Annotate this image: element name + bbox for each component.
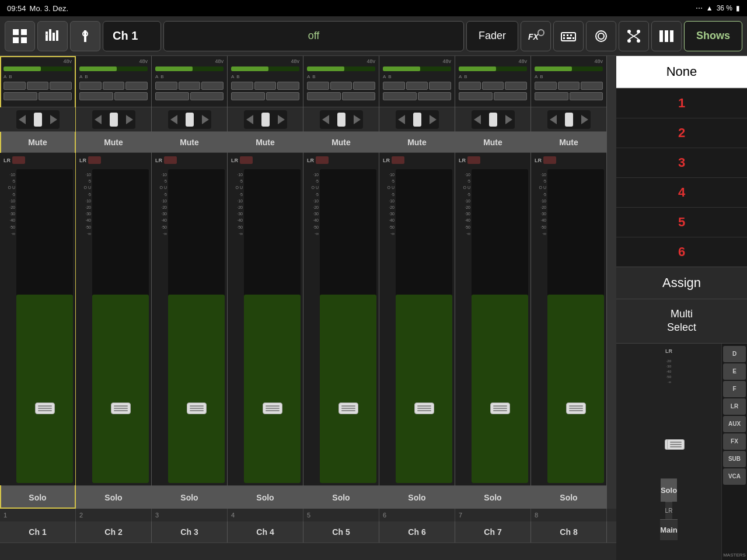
channel-status-display: off (163, 21, 464, 51)
shows-item-6[interactable]: 6 (616, 237, 747, 267)
svg-rect-14 (563, 34, 565, 36)
keyboard-button[interactable] (553, 21, 584, 51)
master-buttons-column: DEFLRAUXFXSUBVCAMASTERS (721, 344, 747, 560)
shows-item-4[interactable]: 4 (616, 177, 747, 207)
shows-assign-button[interactable]: Assign (616, 267, 747, 299)
shows-item-5[interactable]: 5 (616, 207, 747, 237)
svg-point-24 (627, 39, 631, 43)
mute-button-3[interactable]: Mute (152, 132, 227, 153)
channel-number-5: 5 (303, 509, 379, 522)
master-btn-e[interactable]: E (723, 363, 746, 380)
master-btn-d[interactable]: D (723, 346, 746, 362)
solo-button-5[interactable]: Solo (303, 485, 379, 509)
svg-rect-3 (21, 37, 27, 43)
routing-button[interactable] (619, 21, 649, 51)
shows-button[interactable]: Shows (684, 21, 742, 51)
mute-button-6[interactable]: Mute (379, 132, 455, 153)
main-label: Main (660, 519, 678, 540)
mute-button-5[interactable]: Mute (303, 132, 379, 153)
settings-button[interactable] (586, 21, 616, 51)
fader-mode-label: Fader (466, 21, 518, 51)
channel-strip-8[interactable]: 48v A B (531, 56, 607, 509)
solo-button-2[interactable]: Solo (76, 485, 151, 509)
master-btn-aux[interactable]: AUX (723, 416, 746, 432)
grid-view-button[interactable] (5, 21, 35, 51)
master-btn-sub[interactable]: SUB (723, 451, 746, 467)
channel-name-1: Ch 1 (0, 522, 76, 542)
svg-point-12 (538, 30, 544, 36)
svg-rect-0 (13, 29, 19, 35)
channel-name-display: Ch 1 (103, 21, 161, 51)
shows-multi-select-button[interactable]: Multi Select (616, 299, 747, 343)
battery-display: 36 % (717, 4, 732, 12)
channel-number-2: 2 (76, 509, 152, 522)
channel-name-7: Ch 7 (455, 522, 531, 542)
mute-button-7[interactable]: Mute (455, 132, 530, 153)
channel-name-2: Ch 2 (76, 522, 152, 542)
shows-none-option[interactable]: None (616, 56, 747, 88)
channel-strip-5[interactable]: 48v A B (303, 56, 379, 509)
channel-wrapper: 48v A B (0, 56, 616, 560)
shows-item-1[interactable]: 1 (616, 88, 747, 118)
shows-list: 123456 (616, 88, 747, 267)
status-left: 09:54 Mo. 3. Dez. (7, 4, 68, 13)
channel-strip-7[interactable]: 48v A B (455, 56, 531, 509)
date-display: Mo. 3. Dez. (30, 4, 68, 13)
fx-button[interactable]: FX (521, 21, 551, 51)
solo-button-1[interactable]: Solo (0, 485, 75, 509)
mute-button-1[interactable]: Mute (0, 132, 75, 153)
master-btn-f[interactable]: F (723, 381, 746, 397)
bank-button[interactable] (651, 21, 682, 51)
svg-rect-15 (567, 34, 568, 36)
channel-numbers-row: 12345678 (0, 509, 616, 522)
status-right: ⋯ ▲ 36 % ▮ (696, 4, 740, 12)
channel-strip-1[interactable]: 48v A B (0, 56, 76, 509)
solo-button-3[interactable]: Solo (152, 485, 227, 509)
solo-button-4[interactable]: Solo (228, 485, 303, 509)
masters-label: MASTERS (723, 550, 746, 558)
svg-rect-4 (46, 32, 48, 41)
channel-scroll-area: 48v A B (0, 56, 616, 509)
channel-strip-3[interactable]: 48v A B (152, 56, 228, 509)
channel-number-1: 1 (0, 509, 76, 522)
channel-number-8: 8 (531, 509, 607, 522)
svg-rect-19 (573, 37, 574, 39)
right-panel: None 123456 Assign Multi Select LR ·20·3… (616, 56, 747, 560)
channel-names-row: Ch 1Ch 2Ch 3Ch 4Ch 5Ch 6Ch 7Ch 8 (0, 522, 616, 542)
eq-view-button[interactable] (70, 21, 100, 51)
svg-rect-6 (53, 33, 55, 41)
mute-button-8[interactable]: Mute (531, 132, 606, 153)
master-fader-column: LR ·20·30·40·50·∞ Solo LR Main (616, 344, 721, 560)
solo-button-7[interactable]: Solo (455, 485, 530, 509)
solo-button-6[interactable]: Solo (379, 485, 455, 509)
master-btn-lr[interactable]: LR (723, 398, 746, 415)
svg-rect-5 (49, 29, 51, 41)
channel-strip-4[interactable]: 48v A B (228, 56, 303, 509)
wifi-signal-icon: ▲ (706, 4, 713, 12)
svg-rect-7 (56, 30, 58, 41)
battery-icon: ▮ (736, 4, 740, 12)
svg-point-25 (637, 39, 640, 43)
svg-point-22 (627, 30, 631, 33)
svg-rect-2 (13, 37, 19, 43)
svg-rect-29 (665, 30, 668, 42)
master-solo-button[interactable]: Solo (661, 478, 677, 502)
shows-item-3[interactable]: 3 (616, 148, 747, 177)
mute-button-4[interactable]: Mute (228, 132, 303, 153)
shows-dropdown: None (616, 56, 747, 88)
mute-button-2[interactable]: Mute (76, 132, 151, 153)
svg-rect-28 (659, 30, 663, 42)
channel-number-3: 3 (152, 509, 228, 522)
wifi-icon: ⋯ (696, 4, 703, 12)
master-section: LR ·20·30·40·50·∞ Solo LR Main (616, 343, 747, 560)
channel-name-5: Ch 5 (303, 522, 379, 542)
solo-button-8[interactable]: Solo (531, 485, 606, 509)
channel-number-4: 4 (228, 509, 303, 522)
master-btn-fx[interactable]: FX (723, 433, 746, 450)
svg-rect-16 (570, 34, 572, 36)
channel-strip-6[interactable]: 48v A B (379, 56, 455, 509)
master-btn-vca[interactable]: VCA (723, 468, 746, 485)
mixer-view-button[interactable] (37, 21, 68, 51)
channel-strip-2[interactable]: 48v A B (76, 56, 152, 509)
shows-item-2[interactable]: 2 (616, 118, 747, 148)
